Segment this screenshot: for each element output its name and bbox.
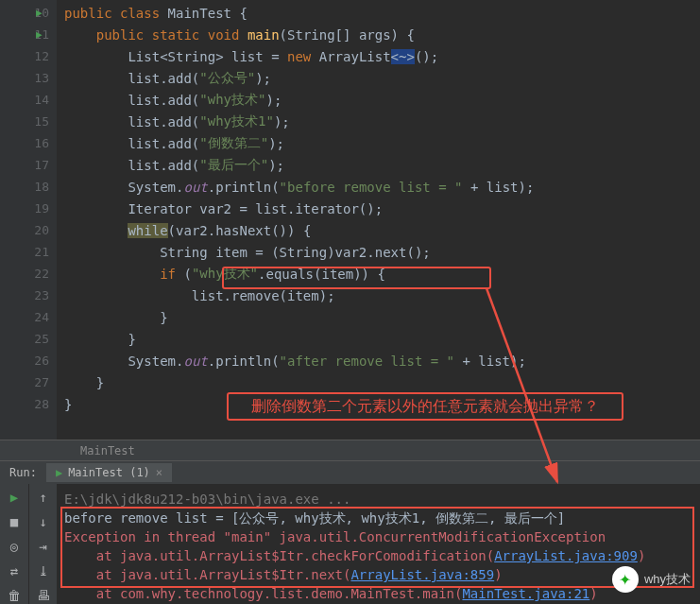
line-number[interactable]: ▶11	[0, 24, 57, 45]
line-gutter: ▶10▶111213141516171819202122232425262728	[0, 0, 57, 440]
console-line: before remove list = [公众号, why技术, why技术1…	[64, 509, 692, 527]
annotation-box-if	[222, 267, 491, 289]
line-number[interactable]: 27	[0, 371, 57, 393]
scroll-icon[interactable]: ⤓	[38, 563, 49, 578]
code-line[interactable]: }	[64, 306, 700, 328]
line-number[interactable]: 22	[0, 263, 57, 285]
code-line[interactable]: list.add("公众号");	[64, 67, 700, 89]
run-gutter-icon[interactable]: ▶	[36, 7, 43, 19]
console-line: E:\jdk\jdk8u212-b03\bin\java.exe ...	[64, 490, 692, 509]
line-number[interactable]: 28	[0, 393, 57, 415]
console-line: Exception in thread "main" java.util.Con…	[64, 527, 692, 546]
line-number[interactable]: 12	[0, 45, 57, 67]
line-number[interactable]: 23	[0, 285, 57, 306]
code-line[interactable]: Iterator var2 = list.iterator();	[64, 198, 700, 219]
run-tab[interactable]: ▶ MainTest (1) ×	[46, 463, 172, 482]
run-body: ▶ ■ ◎ ⇄ 🗑 ↑ ↓ ⇥ ⤓ 🖶 E:\jdk\jdk8u212-b03\…	[0, 484, 700, 604]
watermark-text: why技术	[644, 571, 691, 588]
code-line[interactable]: String item = (String)var2.next();	[64, 241, 700, 263]
run-header: Run: ▶ MainTest (1) ×	[0, 461, 700, 484]
down-icon[interactable]: ↓	[39, 514, 46, 529]
code-line[interactable]: System.out.println("before remove list =…	[64, 176, 700, 198]
line-number[interactable]: 17	[0, 154, 57, 176]
wrap-icon[interactable]: ⇥	[39, 539, 46, 554]
annotation-callout: 删除倒数第二个元素以外的任意元素就会抛出异常？	[227, 392, 623, 421]
run-toolbar-right: ↑ ↓ ⇥ ⤓ 🖶	[28, 484, 57, 604]
console-line: at com.why.technology.list.demo.MainTest…	[64, 584, 692, 603]
print-icon[interactable]: 🖶	[37, 588, 50, 603]
stacktrace-link[interactable]: ArrayList.java:909	[494, 548, 638, 563]
wechat-icon: ✦	[612, 566, 639, 593]
breadcrumb-bar: MainTest	[0, 440, 700, 460]
editor-area: ▶10▶111213141516171819202122232425262728…	[0, 0, 700, 440]
code-line[interactable]: System.out.println("after remove list = …	[64, 350, 700, 371]
rerun-icon[interactable]: ▶	[10, 490, 18, 505]
line-number[interactable]: 19	[0, 198, 57, 219]
code-line[interactable]: }	[64, 371, 700, 393]
line-number[interactable]: 16	[0, 132, 57, 154]
up-icon[interactable]: ↑	[39, 490, 46, 505]
watermark: ✦ why技术	[612, 566, 691, 593]
trash-icon[interactable]: 🗑	[8, 588, 21, 603]
code-area[interactable]: public class MainTest { public static vo…	[57, 0, 700, 440]
line-number[interactable]: ▶10	[0, 2, 57, 24]
code-line[interactable]: list.add("why技术1");	[64, 111, 700, 132]
line-number[interactable]: 24	[0, 306, 57, 328]
code-line[interactable]: public static void main(String[] args) {	[64, 24, 700, 45]
run-tab-play-icon: ▶	[56, 466, 62, 479]
run-label: Run:	[0, 466, 46, 479]
line-number[interactable]: 21	[0, 241, 57, 263]
code-line[interactable]: list.add("倒数第二");	[64, 132, 700, 154]
stacktrace-link[interactable]: ArrayList.java:859	[350, 567, 494, 582]
code-line[interactable]: public class MainTest {	[64, 2, 700, 24]
run-toolbar-left: ▶ ■ ◎ ⇄ 🗑	[0, 484, 28, 604]
code-line[interactable]: }	[64, 328, 700, 350]
run-gutter-icon[interactable]: ▶	[36, 28, 43, 41]
run-tab-label: MainTest (1)	[68, 466, 150, 479]
line-number[interactable]: 26	[0, 350, 57, 371]
callout-text: 删除倒数第二个元素以外的任意元素就会抛出异常？	[251, 397, 599, 417]
stacktrace-link[interactable]: MainTest.java:21	[462, 586, 589, 601]
line-number[interactable]: 14	[0, 89, 57, 111]
code-line[interactable]: while(var2.hasNext()) {	[64, 219, 700, 241]
console-line: at java.util.ArrayList$Itr.checkForComod…	[64, 546, 692, 565]
code-line[interactable]: List<String> list = new ArrayList<~>();	[64, 45, 700, 67]
console-line: at java.util.ArrayList$Itr.next(ArrayLis…	[64, 565, 692, 584]
close-icon[interactable]: ×	[156, 466, 162, 479]
line-number[interactable]: 13	[0, 67, 57, 89]
layout-icon[interactable]: ⇄	[10, 563, 18, 578]
dump-icon[interactable]: ◎	[10, 539, 18, 554]
stop-icon[interactable]: ■	[10, 514, 18, 529]
line-number[interactable]: 25	[0, 328, 57, 350]
line-number[interactable]: 20	[0, 219, 57, 241]
console-output[interactable]: E:\jdk\jdk8u212-b03\bin\java.exe ...befo…	[57, 484, 700, 604]
run-panel: Run: ▶ MainTest (1) × ▶ ■ ◎ ⇄ 🗑 ↑ ↓ ⇥ ⤓ …	[0, 460, 700, 604]
breadcrumb-item[interactable]: MainTest	[80, 444, 135, 457]
line-number[interactable]: 18	[0, 176, 57, 198]
code-line[interactable]: list.add("最后一个");	[64, 154, 700, 176]
code-line[interactable]: list.add("why技术");	[64, 89, 700, 111]
line-number[interactable]: 15	[0, 111, 57, 132]
